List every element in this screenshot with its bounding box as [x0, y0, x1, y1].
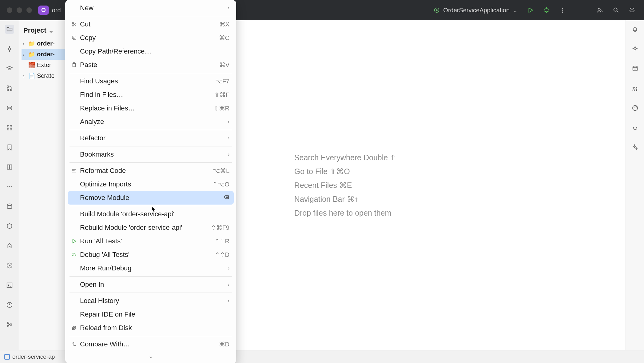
status-module[interactable]: order-service-ap	[4, 353, 55, 360]
more-tool-icon[interactable]	[5, 182, 14, 191]
build-tool-icon[interactable]	[5, 241, 14, 250]
svg-point-18	[7, 186, 8, 187]
menu-item-compare-with[interactable]: Compare With…⌘D	[68, 337, 234, 351]
menu-item-remove-module[interactable]: Remove Module	[68, 191, 234, 205]
menu-item-find-in-files[interactable]: Find in Files…⇧⌘F	[68, 88, 234, 102]
menu-item-label: Debug 'All Tests'	[80, 251, 215, 259]
project-badge[interactable]: O	[38, 6, 49, 15]
menu-item-optimize-imports[interactable]: Optimize Imports⌃⌥O	[68, 178, 234, 191]
run-button-icon[interactable]	[527, 7, 534, 14]
status-module-label: order-service-ap	[12, 353, 55, 360]
menu-item-copy[interactable]: Copy⌘C	[68, 31, 234, 45]
menu-item-shortcut: ⌃⌥O	[212, 181, 229, 188]
settings-icon[interactable]	[629, 7, 635, 14]
beans-tool-icon[interactable]	[630, 123, 640, 132]
menu-item-paste[interactable]: Paste⌘V	[68, 58, 234, 72]
menu-item-shortcut: ⇧⌘F9	[211, 224, 229, 231]
search-icon[interactable]	[613, 7, 619, 14]
debug-button-icon[interactable]	[543, 7, 550, 14]
menu-item-cut[interactable]: Cut⌘X	[68, 18, 234, 31]
menu-item-find-usages[interactable]: Find Usages⌥F7	[68, 74, 234, 88]
menu-item-repair-ide-on-file[interactable]: Repair IDE on File	[68, 308, 234, 321]
pull-request-tool-icon[interactable]	[5, 84, 14, 93]
tree-item-root[interactable]: › 📁 order-	[22, 38, 65, 49]
services-tool-icon[interactable]	[5, 221, 14, 231]
vcs-tool-icon[interactable]	[5, 103, 14, 113]
minimize-window-dot[interactable]	[17, 7, 22, 13]
learn-tool-icon[interactable]	[5, 64, 14, 73]
project-panel-header[interactable]: Project ⌄	[19, 24, 65, 37]
zoom-window-dot[interactable]	[26, 7, 32, 13]
svg-rect-16	[10, 128, 12, 130]
menu-item-build-module-order-service-api[interactable]: Build Module 'order-service-api'	[68, 207, 234, 221]
expand-chevron-icon[interactable]: ›	[22, 74, 26, 78]
svg-point-9	[8, 48, 10, 50]
chevron-right-icon: ›	[228, 152, 229, 157]
code-with-me-icon[interactable]	[597, 7, 603, 14]
coverage-tool-icon[interactable]	[5, 162, 14, 172]
problems-tool-icon[interactable]	[5, 300, 14, 309]
database-tool-icon[interactable]	[630, 64, 640, 73]
scratch-icon: 📄	[28, 73, 34, 79]
menu-item-new[interactable]: New›	[68, 1, 234, 15]
menu-separator	[70, 336, 232, 336]
project-panel: Project ⌄ › 📁 order- › 📁 order- 🧱 Exter …	[19, 20, 65, 350]
tree-item-label: Exter	[37, 62, 51, 69]
notifications-icon[interactable]	[630, 25, 640, 34]
ai-spark-icon[interactable]	[630, 44, 640, 54]
persistence-tool-icon[interactable]	[5, 202, 14, 211]
menu-item-replace-in-files[interactable]: Replace in Files…⇧⌘R	[68, 102, 234, 115]
chevron-down-icon: ⌄	[48, 26, 54, 34]
git-tool-icon[interactable]	[5, 320, 14, 329]
tree-item-module[interactable]: › 📁 order-	[22, 49, 65, 60]
maven-tool-icon[interactable]: m	[630, 84, 640, 93]
menu-scroll-down-icon[interactable]: ⌄	[68, 351, 234, 361]
module-folder-icon: 📁	[28, 51, 34, 58]
svg-point-27	[10, 324, 12, 325]
svg-point-3	[562, 8, 563, 9]
menu-item-analyze[interactable]: Analyze›	[68, 115, 234, 129]
menu-item-debug-all-tests[interactable]: Debug 'All Tests'⌃⇧D	[68, 248, 234, 261]
menu-item-reload-from-disk[interactable]: Reload from Disk	[68, 321, 234, 335]
more-actions-icon[interactable]	[559, 7, 566, 14]
chevron-down-icon: ⌄	[513, 6, 518, 14]
commit-tool-icon[interactable]	[5, 44, 14, 54]
terminal-tool-icon[interactable]	[5, 281, 14, 290]
structure-tool-icon[interactable]	[5, 123, 14, 132]
menu-item-run-all-tests[interactable]: Run 'All Tests'⌃⇧R	[68, 234, 234, 248]
tree-item-external-libs[interactable]: 🧱 Exter	[22, 60, 65, 70]
run-tool-icon[interactable]	[5, 261, 14, 270]
menu-item-shortcut: ⌘X	[219, 21, 229, 28]
svg-rect-14	[10, 126, 12, 127]
menu-item-label: Run 'All Tests'	[80, 237, 215, 245]
svg-point-1	[436, 9, 438, 11]
menu-item-reformat-code[interactable]: Reformat Code⌥⌘L	[68, 164, 234, 178]
breadcrumb[interactable]: ord	[52, 7, 61, 14]
svg-point-25	[7, 322, 9, 324]
menu-separator	[70, 130, 232, 130]
project-tool-icon[interactable]	[5, 25, 14, 34]
tip-navigation-bar: Navigation Bar ⌘↑	[294, 195, 396, 204]
menu-item-bookmarks[interactable]: Bookmarks›	[68, 148, 234, 161]
endpoints-tool-icon[interactable]	[630, 103, 640, 113]
chevron-right-icon: ›	[228, 282, 229, 287]
menu-item-local-history[interactable]: Local History›	[68, 294, 234, 308]
bookmarks-tool-icon[interactable]	[5, 143, 14, 152]
run-configuration-selector[interactable]: OrderServiceApplication ⌄	[433, 6, 518, 14]
menu-item-label: Reload from Disk	[80, 324, 229, 332]
paste-icon	[71, 62, 78, 68]
close-window-dot[interactable]	[7, 7, 12, 13]
menu-item-open-in[interactable]: Open In›	[68, 278, 234, 291]
menu-item-label: Paste	[80, 61, 219, 69]
menu-separator	[70, 276, 232, 277]
tree-item-scratches[interactable]: › 📄 Scratc	[22, 70, 65, 81]
menu-item-shortcut: ⇧⌘R	[214, 105, 229, 112]
expand-chevron-icon[interactable]: ›	[22, 52, 26, 57]
menu-item-refactor[interactable]: Refactor›	[68, 131, 234, 145]
ai-assistant-icon[interactable]	[630, 143, 640, 152]
reload-icon	[71, 325, 78, 331]
expand-chevron-icon[interactable]: ›	[22, 41, 26, 46]
menu-item-rebuild-module-order-service-api[interactable]: Rebuild Module 'order-service-api'⇧⌘F9	[68, 221, 234, 234]
menu-item-copy-path-reference[interactable]: Copy Path/Reference…	[68, 45, 234, 58]
menu-item-more-run-debug[interactable]: More Run/Debug›	[68, 261, 234, 275]
